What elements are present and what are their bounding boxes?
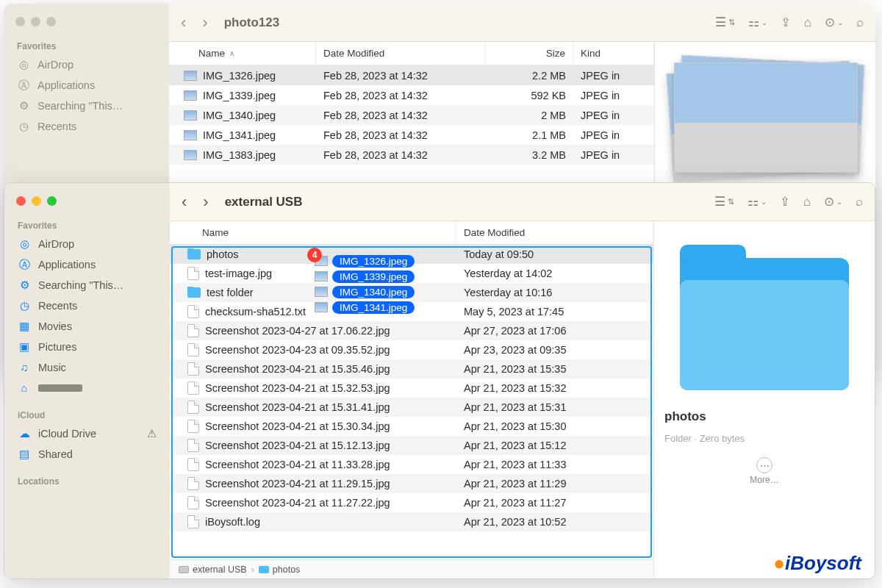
- column-name[interactable]: Name: [170, 221, 456, 244]
- window-title: photo123: [224, 15, 280, 30]
- file-row[interactable]: IMG_1339.jpegFeb 28, 2023 at 14:32592 KB…: [169, 85, 654, 105]
- file-row[interactable]: IMG_1383.jpegFeb 28, 2023 at 14:323.2 MB…: [169, 145, 654, 165]
- file-name: iBoysoft.log: [205, 516, 260, 528]
- sidebar-item-shared[interactable]: ▤Shared: [4, 444, 170, 465]
- zoom-button[interactable]: [47, 196, 57, 206]
- nav-forward-button[interactable]: ›: [202, 13, 207, 32]
- file-icon: [187, 515, 199, 528]
- nav-back-button[interactable]: ‹: [182, 193, 187, 212]
- file-icon: [187, 458, 199, 471]
- search-button[interactable]: ⌕: [856, 15, 864, 30]
- nav-forward-button[interactable]: ›: [203, 193, 208, 212]
- movies-icon: ▦: [18, 320, 31, 333]
- minimize-button[interactable]: [32, 196, 41, 206]
- file-row[interactable]: IMG_1341.jpegFeb 28, 2023 at 14:322.1 MB…: [169, 125, 654, 145]
- sidebar-item-applications[interactable]: ⒶApplications: [4, 254, 170, 275]
- file-icon: [187, 401, 199, 414]
- sidebar-item-smart-search[interactable]: ⚙Searching "This…: [4, 275, 170, 295]
- airdrop-icon: ◎: [18, 237, 31, 251]
- applications-icon: Ⓐ: [17, 79, 30, 92]
- share-button[interactable]: ⇪: [781, 15, 791, 30]
- close-button[interactable]: [15, 17, 25, 26]
- watermark: ●iBoysoft: [773, 552, 861, 575]
- sidebar-item-airdrop[interactable]: ◎AirDrop: [4, 54, 169, 75]
- file-size: 592 KB: [485, 90, 573, 101]
- pictures-icon: ▣: [18, 340, 31, 354]
- preview-folder-icon: [680, 258, 849, 390]
- file-row[interactable]: Screenshot 2023-04-23 at 09.35.52.jpgApr…: [170, 340, 653, 359]
- column-size[interactable]: Size: [485, 42, 573, 65]
- file-icon: [187, 362, 199, 376]
- sidebar-item-recents[interactable]: ◷Recents: [4, 295, 170, 316]
- sidebar-item-music[interactable]: ♫Music: [4, 357, 170, 378]
- column-date[interactable]: Date Modified: [456, 221, 653, 244]
- file-name: Screenshot 2023-04-21 at 11.27.22.jpg: [205, 497, 390, 509]
- column-name[interactable]: Name∧: [169, 42, 316, 65]
- nav-back-button[interactable]: ‹: [181, 13, 186, 32]
- file-row[interactable]: Screenshot 2023-04-21 at 11.27.22.jpgApr…: [170, 493, 653, 512]
- sidebar-item-movies[interactable]: ▦Movies: [4, 316, 170, 337]
- view-list-button[interactable]: ☰ ⇅: [715, 15, 735, 30]
- file-name: IMG_1340.jpeg: [203, 110, 276, 121]
- file-row[interactable]: Screenshot 2023-04-21 at 15.32.53.jpgApr…: [170, 379, 653, 398]
- file-row[interactable]: Screenshot 2023-04-27 at 17.06.22.jpgApr…: [170, 321, 653, 340]
- minimize-button[interactable]: [31, 17, 40, 26]
- gear-icon: ⚙: [18, 279, 31, 292]
- sidebar-item-smart-search[interactable]: ⚙Searching "This…: [4, 96, 169, 116]
- drag-ghost-item: IMG_1340.jpeg: [315, 284, 415, 299]
- clock-icon: ◷: [17, 120, 30, 133]
- file-name: Screenshot 2023-04-21 at 15.30.34.jpg: [205, 420, 390, 432]
- ellipsis-icon: ⋯: [756, 457, 772, 473]
- view-list-button[interactable]: ☰ ⇅: [714, 194, 734, 209]
- toolbar: ‹ › photo123 ☰ ⇅ ⚏ ⌄ ⇪ ⌂ ⊙ ⌄ ⌕: [169, 4, 875, 42]
- view-options-button[interactable]: ⚏ ⌄: [748, 15, 767, 30]
- file-row[interactable]: Screenshot 2023-04-21 at 15.12.13.jpgApr…: [170, 436, 653, 455]
- view-options-button[interactable]: ⚏ ⌄: [747, 194, 767, 209]
- actions-button[interactable]: ⊙ ⌄: [824, 194, 842, 209]
- sidebar-item-icloud-drive[interactable]: ☁iCloud Drive⚠︎: [4, 423, 170, 444]
- sidebar-item-label: Applications: [37, 79, 95, 91]
- sidebar-item-pictures[interactable]: ▣Pictures: [4, 337, 170, 357]
- sidebar-item-label: Recents: [38, 300, 77, 312]
- toolbar: ‹ › external USB ☰ ⇅ ⚏ ⌄ ⇪ ⌂ ⊙ ⌄ ⌕: [170, 183, 875, 221]
- file-row[interactable]: Screenshot 2023-04-21 at 15.31.41.jpgApr…: [170, 398, 653, 417]
- file-row[interactable]: Screenshot 2023-04-21 at 15.35.46.jpgApr…: [170, 359, 653, 379]
- file-date: Feb 28, 2023 at 14:32: [316, 70, 485, 82]
- file-date: Apr 21, 2023 at 15:31: [456, 401, 653, 413]
- file-kind: JPEG in: [573, 90, 654, 101]
- actions-button[interactable]: ⊙ ⌄: [825, 15, 843, 30]
- sidebar-item-recents[interactable]: ◷Recents: [4, 116, 169, 137]
- sidebar-item-applications[interactable]: ⒶApplications: [4, 75, 169, 96]
- path-crumb-folder[interactable]: photos: [259, 564, 301, 575]
- share-button[interactable]: ⇪: [780, 194, 790, 209]
- file-size: 3.2 MB: [485, 149, 573, 161]
- tags-button[interactable]: ⌂: [804, 15, 811, 30]
- sidebar-item-label: AirDrop: [38, 238, 74, 250]
- drag-ghost-label: IMG_1326.jpeg: [332, 255, 415, 268]
- file-name: Screenshot 2023-04-21 at 11.29.15.jpg: [205, 478, 390, 490]
- sidebar-item-home[interactable]: ⌂: [4, 378, 170, 398]
- file-date: May 5, 2023 at 17:45: [456, 306, 653, 318]
- file-row[interactable]: Screenshot 2023-04-21 at 11.33.28.jpgApr…: [170, 455, 653, 474]
- file-row[interactable]: Screenshot 2023-04-21 at 11.29.15.jpgApr…: [170, 474, 653, 493]
- sidebar-item-label: Music: [38, 362, 66, 373]
- close-button[interactable]: [16, 196, 26, 206]
- preview-more-button[interactable]: ⋯ More…: [750, 457, 778, 485]
- tags-button[interactable]: ⌂: [803, 195, 811, 209]
- sidebar-item-airdrop[interactable]: ◎AirDrop: [4, 234, 170, 254]
- drag-ghost: 4 IMG_1326.jpegIMG_1339.jpegIMG_1340.jpe…: [315, 254, 415, 315]
- search-button[interactable]: ⌕: [856, 195, 863, 209]
- shared-folder-icon: ▤: [18, 448, 31, 461]
- sidebar-item-label: Searching "This…: [38, 279, 123, 291]
- file-name: Screenshot 2023-04-27 at 17.06.22.jpg: [205, 325, 390, 337]
- file-row[interactable]: IMG_1340.jpegFeb 28, 2023 at 14:322 MBJP…: [169, 105, 654, 125]
- column-kind[interactable]: Kind: [573, 42, 654, 65]
- file-name: Screenshot 2023-04-21 at 15.32.53.jpg: [205, 382, 390, 394]
- drag-ghost-label: IMG_1341.jpeg: [332, 301, 415, 314]
- zoom-button[interactable]: [46, 17, 56, 26]
- path-crumb-volume[interactable]: external USB: [179, 564, 247, 575]
- file-row[interactable]: iBoysoft.logApr 21, 2023 at 10:52: [170, 512, 653, 531]
- file-row[interactable]: IMG_1326.jpegFeb 28, 2023 at 14:322.2 MB…: [169, 65, 654, 85]
- column-date[interactable]: Date Modified: [316, 42, 485, 65]
- file-row[interactable]: Screenshot 2023-04-21 at 15.30.34.jpgApr…: [170, 417, 653, 436]
